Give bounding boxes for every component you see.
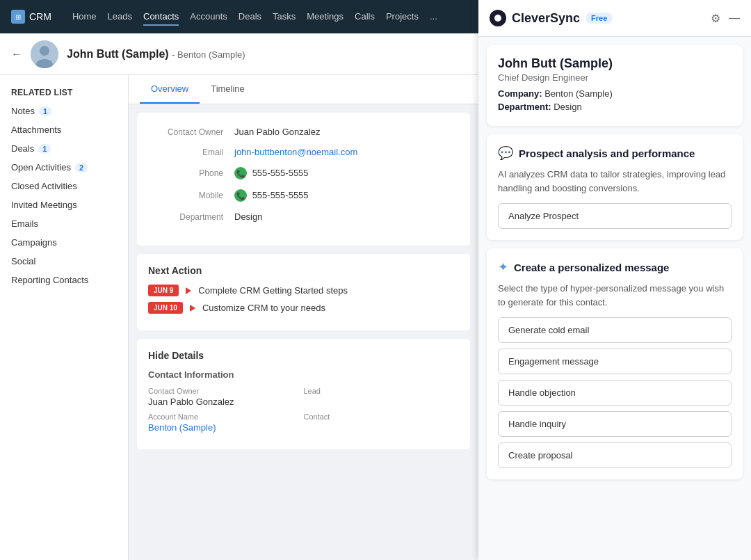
nav-home[interactable]: Home (72, 8, 97, 26)
field-row-phone: Phone 📞 555-555-5555 (151, 167, 456, 179)
info-label-owner: Contact Owner (148, 387, 304, 395)
generate-cold-email-button[interactable]: Generate cold email (498, 317, 732, 343)
nav-calls[interactable]: Calls (355, 8, 375, 26)
prospect-analysis-card: 💬 Prospect analysis and performance AI a… (487, 134, 743, 240)
nav-contacts[interactable]: Contacts (143, 8, 179, 26)
field-value-mobile: 📞 555-555-5555 (234, 189, 309, 202)
personalized-message-card: ✦ Create a personalized message Select t… (487, 248, 743, 479)
action-item-1: JUN 9 Complete CRM Getting Started steps (148, 285, 459, 296)
panel-contact-company: Company: Benton (Sample) (498, 88, 732, 99)
nav-projects[interactable]: Projects (386, 8, 419, 26)
field-value-owner: Juan Pablo Gonzalez (234, 127, 321, 137)
analyze-prospect-button[interactable]: Analyze Prospect (498, 203, 732, 229)
free-badge: Free (586, 13, 613, 24)
nav-items: Home Leads Contacts Accounts Deals Tasks… (72, 8, 437, 26)
cleversync-panel: CleverSync Free ⚙ — John Butt (Sample) C… (478, 0, 751, 560)
panel-contact-title: Chief Design Engineer (498, 72, 732, 83)
date-badge-2: JUN 10 (148, 302, 183, 314)
sidebar-item-attachments[interactable]: Attachments (0, 120, 128, 139)
nav-accounts[interactable]: Accounts (190, 8, 227, 26)
hide-details-card: Hide Details Contact Information Contact… (137, 339, 470, 449)
field-row-email: Email john-buttbenton@noemail.com (151, 147, 456, 157)
sidebar-item-deals[interactable]: Deals 1 (0, 139, 128, 158)
panel-brand: CleverSync Free (490, 10, 613, 26)
prospect-icon: 💬 (498, 145, 513, 161)
feature-header-message: ✦ Create a personalized message (498, 259, 732, 275)
svg-point-1 (40, 46, 49, 56)
panel-contact-name: John Butt (Sample) (498, 56, 732, 71)
info-cell-contact: Contact (304, 413, 460, 433)
handle-objection-button[interactable]: Handle objection (498, 380, 732, 406)
sidebar-item-reporting-contacts[interactable]: Reporting Contacts (0, 271, 128, 289)
sidebar-item-notes[interactable]: Notes 1 (0, 102, 128, 120)
sidebar-item-emails[interactable]: Emails (0, 214, 128, 233)
contact-name-block: John Butt (Sample) - Benton (Sample) (67, 48, 245, 61)
mobile-icon: 📞 (234, 189, 247, 202)
info-value-owner: Juan Pablo Gonzalez (148, 397, 304, 407)
action-text-1: Complete CRM Getting Started steps (198, 285, 348, 296)
crm-logo: ⊞ CRM (11, 10, 51, 24)
next-action-card: Next Action JUN 9 Complete CRM Getting S… (137, 254, 470, 330)
contact-header: ← John Butt (Sample) - Benton (Sample) (0, 33, 478, 75)
sidebar-item-social[interactable]: Social (0, 252, 128, 271)
top-navigation: ⊞ CRM Home Leads Contacts Accounts Deals… (0, 0, 478, 33)
contact-fields-card: Contact Owner Juan Pablo Gonzalez Email … (137, 113, 470, 246)
field-label-owner: Contact Owner (151, 127, 234, 137)
triangle-icon-1 (186, 287, 191, 294)
phone-icon: 📞 (234, 167, 247, 179)
info-label-lead: Lead (304, 387, 460, 395)
handle-inquiry-button[interactable]: Handle inquiry (498, 411, 732, 437)
notes-badge: 1 (39, 106, 51, 116)
nav-meetings[interactable]: Meetings (307, 8, 344, 26)
field-row-owner: Contact Owner Juan Pablo Gonzalez (151, 127, 456, 137)
action-item-2: JUN 10 Customize CRM to your needs (148, 302, 459, 314)
minimize-icon[interactable]: — (729, 12, 740, 24)
prospect-description: AI analyzes CRM data to tailor strategie… (498, 168, 732, 195)
deals-badge: 1 (38, 144, 51, 154)
field-row-mobile: Mobile 📞 555-555-5555 (151, 189, 456, 202)
sidebar-item-closed-activities[interactable]: Closed Activities (0, 177, 128, 195)
brand-name: CleverSync (512, 11, 580, 26)
field-label-email: Email (151, 147, 234, 157)
panel-actions: ⚙ — (711, 12, 740, 25)
panel-header: CleverSync Free ⚙ — (478, 0, 751, 37)
info-row-account: Account Name Benton (Sample) Contact (148, 413, 459, 433)
field-value-phone: 📞 555-555-5555 (234, 167, 309, 179)
field-value-department: Design (234, 211, 262, 222)
triangle-icon-2 (190, 305, 195, 312)
field-label-phone: Phone (151, 168, 234, 178)
contact-info-section-title: Contact Information (148, 369, 459, 380)
sidebar-item-open-activities[interactable]: Open Activities 2 (0, 158, 128, 177)
panel-contact-card: John Butt (Sample) Chief Design Engineer… (487, 45, 743, 126)
field-label-mobile: Mobile (151, 191, 234, 200)
back-button[interactable]: ← (11, 48, 22, 61)
prospect-title: Prospect analysis and performance (519, 147, 695, 159)
action-text-2: Customize CRM to your needs (202, 303, 325, 313)
gear-icon[interactable]: ⚙ (711, 12, 720, 25)
info-row-owner: Contact Owner Juan Pablo Gonzalez Lead (148, 387, 459, 407)
tab-timeline[interactable]: Timeline (200, 75, 256, 104)
message-icon: ✦ (498, 259, 508, 275)
message-title: Create a personalized message (514, 262, 669, 273)
sidebar-item-campaigns[interactable]: Campaigns (0, 233, 128, 252)
open-activities-badge: 2 (75, 163, 88, 173)
nav-leads[interactable]: Leads (108, 8, 132, 26)
info-value-account: Benton (Sample) (148, 422, 304, 433)
create-proposal-button[interactable]: Create proposal (498, 442, 732, 468)
engagement-message-button[interactable]: Engagement message (498, 349, 732, 374)
feature-header-prospect: 💬 Prospect analysis and performance (498, 145, 732, 161)
sidebar-item-invited-meetings[interactable]: Invited Meetings (0, 195, 128, 214)
nav-tasks[interactable]: Tasks (273, 8, 296, 26)
brand-logo (490, 10, 506, 26)
sidebar-section-title: Related List (0, 81, 128, 102)
field-value-email[interactable]: john-buttbenton@noemail.com (234, 147, 357, 157)
crm-logo-text: CRM (29, 11, 51, 22)
main-content: Overview Timeline Contact Owner Juan Pab… (129, 75, 478, 560)
info-cell-account: Account Name Benton (Sample) (148, 413, 304, 433)
nav-deals[interactable]: Deals (239, 8, 261, 26)
brand-dot (494, 15, 501, 22)
nav-more[interactable]: ... (430, 8, 437, 26)
tab-overview[interactable]: Overview (140, 75, 200, 104)
field-row-department: Department Design (151, 211, 456, 222)
date-badge-1: JUN 9 (148, 285, 179, 296)
